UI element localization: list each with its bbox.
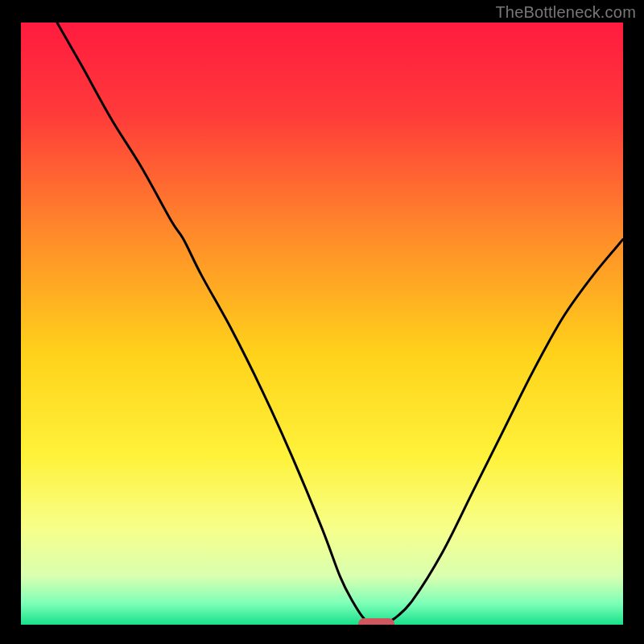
chart-frame: TheBottleneck.com [0,0,644,644]
plot-area [21,23,623,625]
gradient-background [21,23,623,625]
plot-svg [21,23,623,625]
optimal-marker [358,618,394,625]
watermark-text: TheBottleneck.com [495,3,636,22]
